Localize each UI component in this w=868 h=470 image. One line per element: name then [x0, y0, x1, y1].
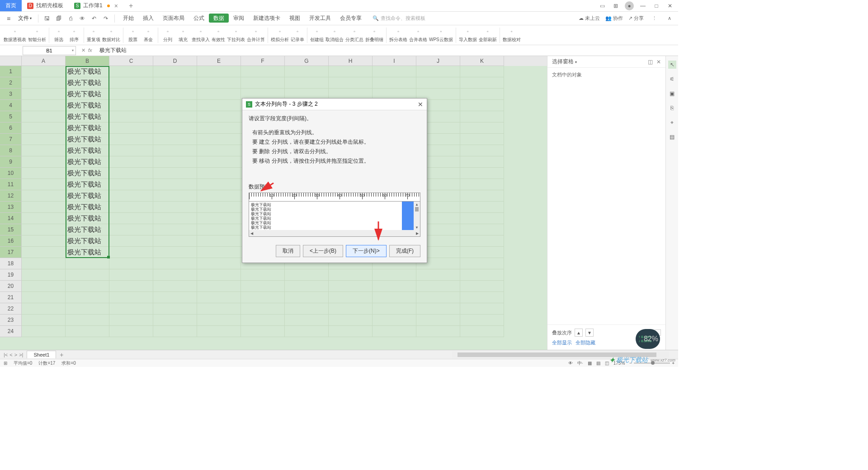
menu-tab-8[interactable]: 开发工具	[305, 14, 335, 23]
cell[interactable]	[109, 111, 153, 122]
row-header[interactable]: 16	[0, 235, 22, 247]
cell[interactable]	[416, 281, 460, 292]
cell[interactable]	[109, 134, 153, 145]
cell[interactable]	[241, 326, 285, 337]
row-header[interactable]: 3	[0, 89, 22, 100]
row-header[interactable]: 6	[0, 122, 22, 134]
cell[interactable]	[109, 202, 153, 213]
minimize-icon[interactable]: —	[638, 1, 647, 10]
cell[interactable]	[153, 303, 197, 315]
col-header[interactable]: B	[66, 56, 109, 66]
cell[interactable]: 极光下载站	[66, 134, 109, 145]
cell[interactable]	[460, 122, 504, 134]
cell[interactable]	[153, 134, 197, 145]
cell[interactable]	[197, 134, 241, 145]
row-header[interactable]: 14	[0, 213, 22, 224]
cell[interactable]	[22, 100, 66, 111]
ime-icon[interactable]: 中·	[577, 360, 583, 367]
ribbon-折叠明细[interactable]: ▫折叠明细	[365, 28, 383, 43]
cell[interactable]	[153, 315, 197, 326]
cell[interactable]	[109, 89, 153, 100]
ribbon-取消组合[interactable]: ▫取消组合	[326, 28, 344, 43]
row-header[interactable]: 18	[0, 258, 22, 269]
cell[interactable]	[373, 77, 416, 89]
cell[interactable]	[416, 292, 460, 303]
cell[interactable]: 极光下载站	[66, 202, 109, 213]
cell[interactable]	[197, 315, 241, 326]
cell[interactable]	[153, 100, 197, 111]
cell[interactable]	[460, 111, 504, 122]
next-button[interactable]: 下一步(N)>	[346, 245, 387, 257]
ribbon-筛选[interactable]: ▫筛选	[52, 28, 66, 43]
cell[interactable]	[22, 111, 66, 122]
location-icon[interactable]: ⌖	[668, 118, 676, 127]
row-header[interactable]: 22	[0, 303, 22, 315]
print-preview-icon[interactable]: 👁	[77, 14, 87, 24]
cell[interactable]	[460, 179, 504, 190]
name-box[interactable]: B1▾	[23, 46, 76, 55]
cell[interactable]	[285, 269, 329, 281]
close-window-icon[interactable]: ✕	[665, 1, 675, 10]
cell[interactable]	[22, 235, 66, 247]
search-commands[interactable]: 🔍 查找命令、搜索模板	[373, 15, 425, 22]
tab-home[interactable]: 首页	[0, 0, 22, 11]
cell[interactable]	[66, 281, 109, 292]
cell[interactable]	[460, 66, 504, 77]
cell[interactable]	[22, 145, 66, 156]
ribbon-数据透视表[interactable]: ▫数据透视表	[4, 28, 26, 43]
cell[interactable]: 极光下载站	[66, 179, 109, 190]
file-menu[interactable]: 文件▾	[15, 14, 34, 22]
cell[interactable]	[109, 122, 153, 134]
col-header[interactable]: K	[460, 56, 504, 66]
cell[interactable]	[22, 269, 66, 281]
ribbon-模拟分析[interactable]: ▫模拟分析	[271, 28, 289, 43]
hide-all-link[interactable]: 全部隐藏	[576, 339, 595, 346]
user-avatar-icon[interactable]: ●	[625, 1, 634, 10]
cell[interactable]	[329, 315, 373, 326]
cell[interactable]	[197, 168, 241, 179]
row-header[interactable]: 2	[0, 77, 22, 89]
cell[interactable]	[285, 315, 329, 326]
row-header[interactable]: 19	[0, 269, 22, 281]
cell[interactable]: 极光下载站	[66, 224, 109, 235]
more-icon[interactable]: ⋮	[649, 14, 659, 24]
close-tab-icon[interactable]: ×	[114, 2, 118, 9]
cell[interactable]	[66, 292, 109, 303]
row-header[interactable]: 15	[0, 224, 22, 235]
menu-tab-5[interactable]: 审阅	[229, 14, 249, 23]
cell[interactable]	[66, 258, 109, 269]
cell[interactable]	[460, 269, 504, 281]
cell[interactable]	[197, 258, 241, 269]
ribbon-创建组[interactable]: ▫创建组	[310, 28, 324, 43]
cell[interactable]	[241, 315, 285, 326]
cell[interactable]	[22, 66, 66, 77]
col-header[interactable]: E	[197, 56, 241, 66]
cell[interactable]	[66, 303, 109, 315]
cloud-status[interactable]: ☁未上云	[579, 15, 600, 22]
cell[interactable]	[197, 190, 241, 202]
cell[interactable]	[22, 258, 66, 269]
cell[interactable]	[416, 326, 460, 337]
cell[interactable]	[22, 202, 66, 213]
cell[interactable]	[109, 292, 153, 303]
cell[interactable]	[197, 303, 241, 315]
cell[interactable]	[373, 292, 416, 303]
cell[interactable]	[109, 66, 153, 77]
cell[interactable]	[109, 224, 153, 235]
row-header[interactable]: 13	[0, 202, 22, 213]
back-button[interactable]: <上一步(B)	[303, 245, 343, 257]
cell[interactable]	[153, 224, 197, 235]
cell[interactable]	[153, 145, 197, 156]
col-header[interactable]: H	[329, 56, 373, 66]
cell[interactable]	[153, 156, 197, 168]
cell[interactable]: 极光下载站	[66, 66, 109, 77]
cell[interactable]	[329, 326, 373, 337]
ribbon-合并表格[interactable]: ▫合并表格	[409, 28, 427, 43]
cell[interactable]	[241, 303, 285, 315]
cancel-formula-icon[interactable]: ✕	[81, 47, 85, 53]
ribbon-分列[interactable]: ▫分列	[161, 28, 175, 43]
pin-icon[interactable]: ◫	[648, 59, 653, 65]
formula-input[interactable]: 极光下载站	[96, 47, 678, 54]
cell[interactable]	[197, 281, 241, 292]
cell[interactable]	[197, 202, 241, 213]
